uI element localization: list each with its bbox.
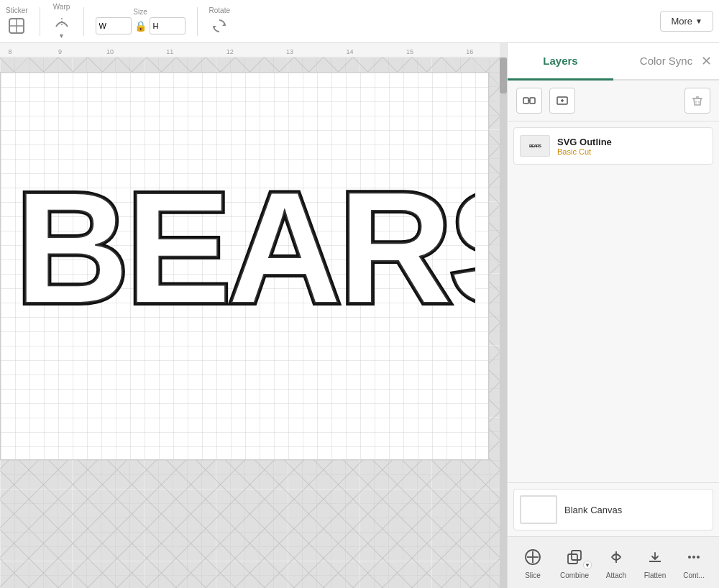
canvas-grid: BEARS BEARS bbox=[0, 58, 500, 588]
divider-1 bbox=[40, 7, 40, 36]
warp-icon bbox=[52, 12, 72, 32]
layer-info: SVG Outline Basic Cut bbox=[557, 137, 707, 156]
svg-rect-7 bbox=[530, 98, 535, 104]
svg-point-23 bbox=[688, 556, 691, 559]
layer-thumbnail: BEARS bbox=[520, 135, 550, 157]
divider-3 bbox=[197, 7, 198, 36]
toolbar-right: More ▼ bbox=[660, 11, 713, 32]
combine-button[interactable]: Combine ▼ bbox=[560, 546, 589, 579]
sticker-icon bbox=[6, 16, 27, 36]
vertical-scrollbar[interactable] bbox=[500, 58, 507, 588]
panel-close-icon[interactable]: ✕ bbox=[701, 53, 712, 69]
scrollbar-thumb[interactable] bbox=[500, 58, 507, 93]
slice-label: Slice bbox=[525, 571, 541, 579]
ruler-mark-13: 13 bbox=[286, 48, 293, 55]
blank-canvas-thumbnail bbox=[520, 495, 557, 524]
ruler-mark-9: 9 bbox=[58, 48, 62, 55]
rotate-icon bbox=[209, 16, 229, 36]
width-input[interactable] bbox=[96, 17, 132, 35]
slice-icon bbox=[521, 546, 544, 569]
cont-button[interactable]: Cont... bbox=[682, 546, 705, 579]
svg-rect-19 bbox=[568, 554, 577, 564]
bears-design: BEARS BEARS bbox=[8, 144, 475, 341]
cont-icon bbox=[682, 546, 705, 569]
combine-label: Combine bbox=[560, 571, 589, 579]
ruler-top: 8 9 10 11 12 13 14 15 16 bbox=[0, 43, 500, 58]
svg-point-25 bbox=[697, 556, 700, 559]
blank-canvas-section: Blank Canvas bbox=[508, 482, 719, 536]
svg-rect-6 bbox=[523, 98, 528, 104]
layer-name: SVG Outline bbox=[557, 137, 707, 147]
tab-layers[interactable]: Layers bbox=[508, 43, 613, 81]
bears-text-inner: BEARS bbox=[15, 160, 475, 336]
size-inputs: 🔒 bbox=[96, 17, 186, 35]
attach-icon bbox=[605, 546, 628, 569]
flatten-button[interactable]: Flatten bbox=[644, 546, 667, 579]
layer-list: BEARS SVG Outline Basic Cut bbox=[508, 121, 719, 482]
attach-button[interactable]: Attach bbox=[605, 546, 628, 579]
more-arrow-icon: ▼ bbox=[695, 17, 702, 25]
sticker-tool[interactable]: Sticker bbox=[6, 6, 28, 36]
combine-arrow-icon: ▼ bbox=[583, 561, 592, 569]
layer-item-svg-outline[interactable]: BEARS SVG Outline Basic Cut bbox=[513, 127, 713, 165]
ruler-mark-15: 15 bbox=[406, 48, 413, 55]
more-label: More bbox=[671, 16, 692, 27]
ruler-mark-12: 12 bbox=[226, 48, 234, 55]
svg-rect-20 bbox=[572, 551, 581, 560]
size-label: Size bbox=[133, 8, 147, 16]
rotate-tool[interactable]: Rotate bbox=[209, 6, 230, 36]
ruler-mark-11: 11 bbox=[166, 48, 173, 55]
blank-canvas-item[interactable]: Blank Canvas bbox=[513, 489, 713, 530]
group-button[interactable] bbox=[516, 88, 542, 114]
main-layout: 8 9 10 11 12 13 14 15 16 BEARS BEARS bbox=[0, 43, 719, 588]
add-layer-button[interactable] bbox=[549, 88, 575, 114]
panel-tabs: Layers Color Sync ✕ bbox=[508, 43, 719, 81]
more-button[interactable]: More ▼ bbox=[660, 11, 713, 32]
flatten-label: Flatten bbox=[644, 571, 667, 579]
ruler-mark-14: 14 bbox=[346, 48, 353, 55]
height-input[interactable] bbox=[150, 17, 186, 35]
white-canvas: BEARS BEARS bbox=[0, 72, 489, 460]
warp-label: Warp bbox=[53, 3, 70, 11]
toolbar: Sticker Warp ▼ Size 🔒 Rotat bbox=[0, 0, 719, 43]
canvas-area[interactable]: 8 9 10 11 12 13 14 15 16 BEARS BEARS bbox=[0, 43, 507, 588]
blank-canvas-label: Blank Canvas bbox=[564, 505, 622, 515]
ruler-mark-10: 10 bbox=[106, 48, 114, 55]
flatten-icon bbox=[644, 546, 667, 569]
delete-layer-button[interactable] bbox=[684, 88, 710, 114]
size-tool: Size 🔒 bbox=[96, 8, 186, 35]
lock-icon: 🔒 bbox=[134, 20, 147, 32]
svg-point-24 bbox=[692, 556, 695, 559]
panel-toolbar bbox=[508, 81, 719, 121]
attach-label: Attach bbox=[606, 571, 626, 579]
right-panel: Layers Color Sync ✕ bbox=[507, 43, 719, 588]
divider-2 bbox=[83, 7, 84, 36]
ruler-mark-16: 16 bbox=[466, 48, 473, 55]
ruler-mark-8: 8 bbox=[8, 48, 12, 55]
cont-label: Cont... bbox=[683, 571, 704, 579]
sticker-label: Sticker bbox=[6, 6, 28, 14]
warp-tool[interactable]: Warp ▼ bbox=[52, 3, 72, 40]
layer-type: Basic Cut bbox=[557, 147, 707, 156]
slice-button[interactable]: Slice bbox=[521, 546, 544, 579]
panel-actions: Slice Combine ▼ bbox=[508, 536, 719, 588]
rotate-label: Rotate bbox=[209, 6, 230, 14]
